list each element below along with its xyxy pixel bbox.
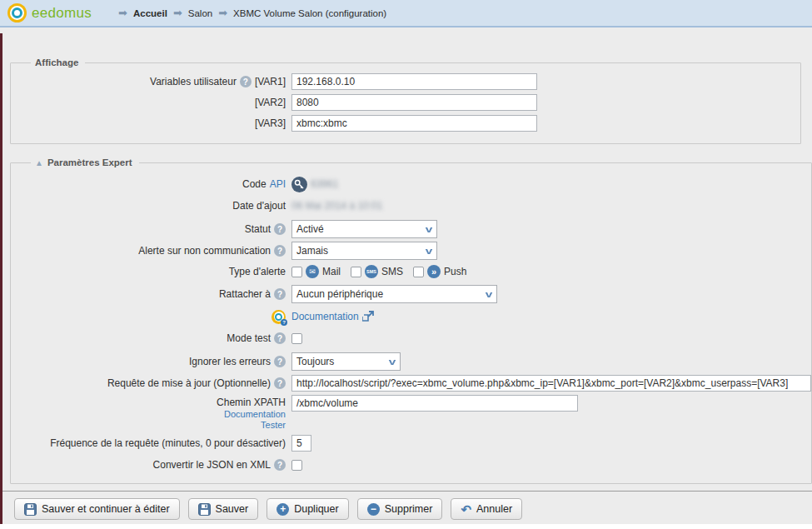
chevron-down-icon: v: [478, 289, 499, 299]
breadcrumb-current-page: XBMC Volume Salon (configuration): [233, 8, 386, 18]
xpath-documentation-link[interactable]: Documentation: [224, 409, 286, 419]
mail-checkbox[interactable]: [291, 267, 302, 277]
ignorer-erreurs-label: Ignorer les erreurs: [189, 356, 271, 367]
documentation-row: ? Documentation: [11, 308, 811, 325]
alerte-comm-select[interactable]: Jamais v: [291, 242, 437, 260]
breadcrumb-arrow-icon: ➡: [173, 7, 182, 18]
frequence-input[interactable]: [291, 435, 311, 452]
convertir-row: Convertir le JSON en XML ?: [11, 458, 811, 472]
delete-button[interactable]: − Supprimer: [357, 498, 443, 520]
top-header: eedomus ➡ Accueil ➡ Salon ➡ XBMC Volume …: [0, 0, 812, 27]
parametres-expert-legend: ▲ Paramètres Expert: [31, 157, 139, 167]
affichage-legend: Affichage: [31, 57, 85, 67]
chevron-down-icon: v: [418, 246, 439, 256]
var1-input[interactable]: [291, 73, 537, 90]
frequence-label: Fréquence de la requête (minutes, 0 pour…: [50, 437, 286, 449]
minus-circle-icon: −: [367, 503, 380, 516]
mode-test-label: Mode test: [227, 332, 271, 344]
date-ajout-label: Date d'ajout: [232, 200, 286, 212]
breadcrumb-arrow-icon: ➡: [118, 7, 127, 18]
save-icon: [24, 503, 37, 516]
help-icon[interactable]: ?: [240, 76, 252, 87]
statut-select[interactable]: Activé v: [291, 220, 437, 238]
page-left-edge: [0, 33, 2, 525]
collapse-triangle-icon[interactable]: ▲: [35, 158, 43, 167]
save-button[interactable]: Sauver: [188, 498, 259, 520]
breadcrumb-arrow-icon: ➡: [218, 7, 227, 18]
mode-test-checkbox[interactable]: [291, 333, 302, 344]
statut-label: Statut: [245, 223, 271, 235]
reveal-key-icon[interactable]: [291, 177, 307, 192]
bottom-toolbar: Sauver et continuer à éditer Sauver + Du…: [0, 491, 812, 527]
sms-checkbox[interactable]: [351, 267, 361, 277]
mail-label: Mail: [322, 266, 341, 277]
undo-arrow-icon: ↶: [461, 503, 471, 516]
sms-label: SMS: [381, 266, 403, 277]
cancel-button[interactable]: ↶ Annuler: [451, 498, 522, 520]
parametres-expert-section: ▲ Paramètres Expert Code API 63961 Date …: [10, 157, 812, 484]
xpath-input[interactable]: [291, 395, 578, 412]
api-code-redacted-value: 63961: [311, 178, 338, 190]
help-icon[interactable]: ?: [274, 356, 286, 367]
brand-text: eedomus: [32, 5, 92, 22]
chevron-down-icon: v: [381, 357, 402, 367]
ignorer-erreurs-row: Ignorer les erreurs ? Toujours v: [11, 352, 811, 371]
api-link[interactable]: API: [270, 178, 286, 190]
save-and-continue-button[interactable]: Sauver et continuer à éditer: [14, 498, 180, 520]
help-icon[interactable]: ?: [274, 459, 286, 471]
var3-label: [VAR3]: [255, 117, 286, 129]
var2-row: [VAR2]: [11, 94, 800, 111]
alerte-comm-label: Alerte sur non communication: [138, 245, 271, 257]
xpath-row: Chemin XPATH Documentation Tester: [11, 395, 811, 430]
var3-input[interactable]: [291, 115, 537, 132]
frequence-row: Fréquence de la requête (minutes, 0 pour…: [11, 435, 811, 452]
help-icon[interactable]: ?: [274, 288, 286, 300]
documentation-link[interactable]: Documentation: [291, 311, 359, 322]
push-checkbox[interactable]: [413, 267, 424, 277]
var1-row: Variables utilisateur ? [VAR1]: [11, 73, 800, 90]
requete-row: Requête de mise à jour (Optionnelle) ?: [11, 375, 811, 392]
alerte-comm-row: Alerte sur non communication ? Jamais v: [11, 242, 811, 260]
variables-utilisateur-label: Variables utilisateur: [150, 76, 237, 87]
var3-row: [VAR3]: [11, 115, 800, 132]
eedomus-doc-icon: ?: [271, 310, 286, 324]
help-icon[interactable]: ?: [274, 245, 286, 257]
rattacher-row: Rattacher à ? Aucun périphérique v: [11, 285, 811, 303]
duplicate-button[interactable]: + Dupliquer: [267, 498, 349, 520]
code-api-row: Code API 63961: [11, 176, 811, 192]
rattacher-select[interactable]: Aucun périphérique v: [291, 285, 497, 303]
mode-test-row: Mode test ?: [11, 332, 811, 345]
breadcrumb-room[interactable]: Salon: [188, 8, 212, 18]
var2-label: [VAR2]: [255, 97, 286, 108]
xpath-tester-link[interactable]: Tester: [261, 420, 286, 430]
external-link-icon: [362, 311, 374, 322]
date-ajout-redacted-value: 06 Mai 2014 à 10:01: [291, 200, 382, 212]
sms-icon: SMS: [365, 265, 378, 278]
bottom-margin: [0, 524, 812, 529]
var2-input[interactable]: [291, 94, 537, 111]
plus-circle-icon: +: [276, 503, 289, 516]
requete-input[interactable]: [291, 375, 811, 392]
help-icon[interactable]: ?: [274, 332, 286, 344]
rattacher-label: Rattacher à: [219, 288, 271, 300]
doc-badge-icon: ?: [281, 319, 287, 326]
breadcrumb-home[interactable]: Accueil: [133, 8, 167, 18]
var1-label: [VAR1]: [255, 76, 286, 87]
ignorer-erreurs-select[interactable]: Toujours v: [291, 352, 401, 371]
chevron-down-icon: v: [418, 224, 439, 234]
push-icon: »: [427, 265, 441, 278]
help-icon[interactable]: ?: [274, 377, 286, 389]
eedomus-logo-icon[interactable]: [7, 3, 27, 22]
statut-row: Statut ? Activé v: [11, 220, 811, 238]
breadcrumb: ➡ Accueil ➡ Salon ➡ XBMC Volume Salon (c…: [118, 7, 386, 18]
requete-label: Requête de mise à jour (Optionnelle): [107, 377, 271, 389]
push-label: Push: [444, 266, 466, 277]
affichage-section: Affichage Variables utilisateur ? [VAR1]…: [10, 57, 801, 144]
date-ajout-row: Date d'ajout 06 Mai 2014 à 10:01: [11, 197, 811, 214]
save-icon: [198, 503, 211, 516]
help-icon[interactable]: ?: [274, 223, 286, 235]
mail-icon: ✉: [306, 265, 319, 278]
type-alerte-row: Type d'alerte ✉ Mail SMS SMS » Push: [11, 263, 811, 280]
convertir-checkbox[interactable]: [291, 460, 302, 471]
xpath-label: Chemin XPATH: [217, 397, 286, 408]
